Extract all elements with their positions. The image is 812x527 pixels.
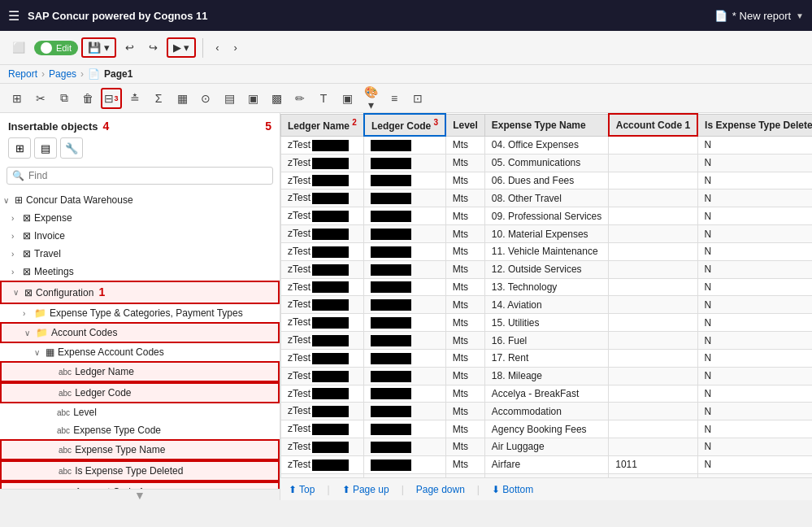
copy-icon-btn[interactable]: ⧉ <box>54 88 75 109</box>
text-icon-btn[interactable]: T <box>313 88 334 109</box>
tree-arrow-invoice: › <box>11 230 23 242</box>
save-button[interactable]: 💾 ▾ <box>81 37 116 58</box>
tree-container: ∨ ⊞ Concur Data Warehouse › ⊠ Expense › … <box>0 188 280 489</box>
report-name: * New report <box>732 10 791 22</box>
col-account-code-1[interactable]: Account Code 1 <box>609 114 697 136</box>
sigma-icon-btn[interactable]: Σ <box>148 88 169 109</box>
cell-expense-type-name: 09. Professional Services <box>484 207 608 225</box>
table-row: zTestMts09. Professional ServicesN <box>281 207 813 225</box>
tree-icon-account-codes: 📁 <box>36 325 48 340</box>
tree-item-meetings[interactable]: › ⊠ Meetings <box>0 263 280 281</box>
report-doc-icon: 📄 <box>714 10 727 22</box>
cell-ledger-name: zTest <box>281 332 364 350</box>
run-button[interactable]: ▶ ▾ <box>167 37 197 58</box>
table-row: zTestMts12. Outside ServicesN <box>281 260 813 278</box>
tree-item-level[interactable]: abc Level <box>0 403 280 421</box>
cell-ledger-name: zTest <box>281 314 364 332</box>
edit-toggle[interactable]: Edit <box>34 41 78 55</box>
grid3-icon-btn[interactable]: ▣ <box>337 88 358 109</box>
sidebar-toggle-button[interactable]: ⬜ <box>7 38 31 57</box>
cell-ledger-code <box>364 403 445 420</box>
cell-account-code-1: 1011 <box>609 455 697 473</box>
tree-label-ledger-name: Ledger Name <box>75 364 134 379</box>
color-icon-btn[interactable]: 🎨 ▾ <box>360 88 381 109</box>
back-button[interactable]: ‹ <box>210 38 224 57</box>
breadcrumb-pages[interactable]: Pages <box>49 68 76 80</box>
cell-ledger-code <box>364 136 445 154</box>
cell-ledger-name: zTest <box>281 278 364 296</box>
tree-icon-ledger-code: abc <box>59 387 72 399</box>
sort-icon-btn[interactable]: ≛ <box>124 88 145 109</box>
cell-level: Mts <box>445 385 484 403</box>
tree-item-ledger-name[interactable]: abc Ledger Name <box>0 361 280 382</box>
tree-item-account-codes[interactable]: ∨ 📁 Account Codes <box>0 322 280 343</box>
tree-item-configuration[interactable]: ∨ ⊠ Configuration 1 <box>0 281 280 304</box>
tree-item-expense-type-code[interactable]: abc Expense Type Code <box>0 421 280 439</box>
search-box[interactable]: 🔍 <box>7 167 273 185</box>
main-layout: Insertable objects 4 5 ⊞ ▤ 🔧 🔍 ∨ ⊞ Concu… <box>0 113 812 500</box>
col-level[interactable]: Level <box>445 114 484 136</box>
delete-icon-btn[interactable]: 🗑 <box>77 88 98 109</box>
table-row: zTestMts11. Vehicle MaintenanceN <box>281 242 813 260</box>
col-ledger-name[interactable]: Ledger Name 2 <box>281 114 364 136</box>
table-row: zTestMts04. Office ExpensesN <box>281 136 813 154</box>
bottom-link[interactable]: ⬇ Bottom <box>492 484 533 495</box>
col-is-expense-type-deleted[interactable]: Is Expense Type Deleted <box>697 114 812 136</box>
tree-item-is-expense-type-deleted[interactable]: abc Is Expense Type Deleted <box>0 460 280 481</box>
toolbar-separator <box>202 38 203 58</box>
tree-item-travel[interactable]: › ⊠ Travel <box>0 245 280 263</box>
cell-account-code-1 <box>609 260 697 278</box>
tree-item-ledger-code[interactable]: abc Ledger Code <box>0 382 280 403</box>
tree-item-expense[interactable]: › ⊠ Expense <box>0 209 280 227</box>
page-down-link[interactable]: Page down <box>416 484 465 495</box>
cell-level: Mts <box>445 367 484 385</box>
cell-expense-type-name: 06. Dues and Fees <box>484 172 608 189</box>
info-view-btn[interactable]: 🔧 <box>60 137 83 159</box>
insertable-objects-title: Insertable objects <box>8 120 98 133</box>
cols-icon-btn[interactable]: ▣ <box>242 88 263 109</box>
tree-item-invoice[interactable]: › ⊠ Invoice <box>0 227 280 245</box>
redo-button[interactable]: ↪ <box>143 38 163 57</box>
report-dropdown-arrow[interactable]: ▼ <box>796 11 804 20</box>
pen-icon-btn[interactable]: ✏ <box>289 88 310 109</box>
circle-icon-btn[interactable]: ⊙ <box>195 88 216 109</box>
tree-icon-expense-type-cat: 📁 <box>34 306 46 320</box>
rows-icon-btn[interactable]: ▤ <box>219 88 240 109</box>
tree-item-expense-type-cat[interactable]: › 📁 Expense Type & Categories, Payment T… <box>0 304 280 322</box>
report-tab[interactable]: 📄 * New report ▼ <box>714 10 804 22</box>
cut-icon-btn[interactable]: ✂ <box>30 88 51 109</box>
search-input[interactable] <box>28 170 267 181</box>
cell-is-deleted: N <box>697 207 812 225</box>
cell-level: Mts <box>445 189 484 207</box>
cell-expense-type-name: 15. Utilities <box>484 314 608 332</box>
forward-button[interactable]: › <box>228 38 243 57</box>
box-icon-btn[interactable]: ▩ <box>266 88 287 109</box>
tree-item-expense-account-codes[interactable]: ∨ ▦ Expense Account Codes <box>0 343 280 361</box>
list-view-btn[interactable]: ▤ <box>34 137 57 159</box>
col-ledger-code[interactable]: Ledger Code 3 <box>364 114 445 136</box>
top-link[interactable]: ⬆ Top <box>289 484 315 495</box>
cell-is-deleted: N <box>697 314 812 332</box>
table-row: zTestMts10. Material ExpensesN <box>281 225 813 243</box>
cell-account-code-1 <box>609 172 697 189</box>
tree-item-concur-dw[interactable]: ∨ ⊞ Concur Data Warehouse <box>0 191 280 209</box>
col-expense-type-name[interactable]: Expense Type Name <box>484 114 608 136</box>
tree-icon-is-expense-type-deleted: abc <box>59 465 72 477</box>
grid-icon-btn[interactable]: ⊞ <box>7 88 28 109</box>
table-row: zTestMts14. AviationN <box>281 296 813 314</box>
undo-button[interactable]: ↩ <box>119 38 140 57</box>
menu-icon-btn[interactable]: ≡ <box>384 88 405 109</box>
cell-ledger-name: zTest <box>281 136 364 154</box>
cell-is-deleted: N <box>697 278 812 296</box>
breadcrumb-report[interactable]: Report <box>8 68 37 80</box>
tree-item-expense-type-name[interactable]: abc Expense Type Name <box>0 439 280 460</box>
cell-level: Mts <box>445 332 484 350</box>
hamburger-icon[interactable]: ☰ <box>8 8 20 24</box>
cell-ledger-name: zTest <box>281 296 364 314</box>
tree-view-btn[interactable]: ⊞ <box>8 137 31 159</box>
filter-icon-btn[interactable]: ⊟3 <box>101 88 122 109</box>
table2-icon-btn[interactable]: ▦ <box>172 88 193 109</box>
page-up-link[interactable]: ⬆ Page up <box>342 484 389 495</box>
cell-ledger-code <box>364 349 445 367</box>
expand-icon-btn[interactable]: ⊡ <box>407 88 428 109</box>
